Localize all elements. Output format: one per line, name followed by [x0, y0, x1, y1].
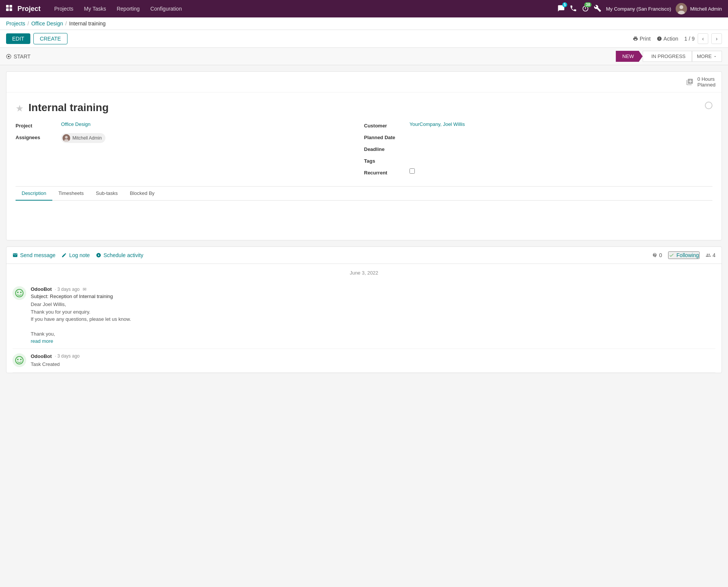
assignees-value: Mitchell Admin — [61, 133, 364, 143]
customer-value[interactable]: YourCompany, Joel Willis — [410, 121, 712, 127]
planned-date-field: Planned Date — [364, 133, 712, 140]
start-label: START — [14, 53, 31, 60]
print-action[interactable]: Print — [633, 36, 651, 42]
nav-projects[interactable]: Projects — [50, 3, 78, 14]
tab-timesheets[interactable]: Timesheets — [52, 187, 90, 201]
deadline-label: Deadline — [364, 145, 410, 152]
status-new[interactable]: NEW — [616, 51, 642, 62]
breadcrumb-projects[interactable]: Projects — [6, 20, 25, 27]
timer-badge: 38 — [584, 2, 592, 7]
task-form: ★ Internal training Project Office Desig… — [6, 93, 722, 240]
user-avatar — [676, 3, 687, 14]
svg-rect-3 — [9, 8, 12, 11]
log-note-button[interactable]: Log note — [61, 252, 90, 258]
customer-field: Customer YourCompany, Joel Willis — [364, 121, 712, 129]
following-button[interactable]: Following — [668, 251, 700, 259]
hours-text: 0 HoursPlanned — [697, 76, 715, 88]
chat-icon[interactable]: 5 — [557, 5, 565, 13]
nav-configuration[interactable]: Configuration — [146, 3, 186, 14]
recurrent-label: Recurrent — [364, 168, 410, 176]
tab-blocked-by[interactable]: Blocked By — [124, 187, 161, 201]
svg-point-10 — [65, 136, 68, 139]
message-body-2: OdooBot · 3 days ago Task Created — [31, 353, 715, 368]
date-separator: June 3, 2022 — [13, 264, 715, 282]
action-menu[interactable]: Action — [657, 36, 678, 42]
message-body-1: OdooBot · 3 days ago ✉ Subject: Receptio… — [31, 286, 715, 344]
breadcrumb: Projects / Office Design / Internal trai… — [6, 20, 106, 27]
message-subject-1: Subject: Reception of Internal training — [31, 294, 715, 299]
message-header-2: OdooBot · 3 days ago — [31, 353, 715, 359]
send-message-label: Send message — [20, 252, 55, 258]
pagination-next[interactable]: › — [711, 33, 722, 44]
odoobot-avatar-1 — [13, 286, 26, 300]
chatter-actions: Send message Log note Schedule activity — [13, 252, 143, 258]
tab-subtasks[interactable]: Sub-tasks — [90, 187, 124, 201]
hours-header: 0 HoursPlanned — [6, 72, 722, 93]
followers-count[interactable]: 4 — [706, 252, 715, 258]
secondary-nav: Projects / Office Design / Internal trai… — [0, 17, 728, 30]
pagination-prev[interactable]: ‹ — [698, 33, 708, 44]
customer-label: Customer — [364, 121, 410, 129]
chatter-toolbar: Send message Log note Schedule activity … — [6, 247, 722, 264]
odoobot-avatar-2 — [13, 353, 26, 367]
status-in-progress[interactable]: IN PROGRESS — [643, 51, 692, 62]
message-header-1: OdooBot · 3 days ago ✉ — [31, 286, 715, 292]
assignee-badge[interactable]: Mitchell Admin — [61, 133, 105, 143]
breadcrumb-office-design[interactable]: Office Design — [31, 20, 63, 27]
read-more-1[interactable]: read more — [31, 338, 53, 344]
create-button[interactable]: CREATE — [33, 33, 67, 44]
timer-icon[interactable]: 38 — [582, 5, 589, 13]
app-brand: Project — [17, 5, 41, 13]
followers-count-value: 4 — [712, 252, 715, 258]
user-menu[interactable]: Mitchell Admin — [676, 3, 722, 14]
message-time-1: · 3 days ago — [55, 287, 80, 292]
message-author-1: OdooBot — [31, 286, 52, 292]
task-title[interactable]: Internal training — [28, 102, 700, 114]
action-label: Action — [664, 36, 678, 42]
status-more[interactable]: MORE — [692, 51, 722, 62]
breadcrumb-current: Internal training — [69, 20, 106, 27]
send-message-button[interactable]: Send message — [13, 252, 55, 258]
nav-reporting[interactable]: Reporting — [112, 3, 144, 14]
task-state-circle[interactable] — [705, 102, 712, 109]
print-label: Print — [640, 36, 651, 42]
tabs: Description Timesheets Sub-tasks Blocked… — [16, 186, 712, 231]
topnav-right: 5 38 My Company (San Francisco) Mitchell… — [557, 3, 722, 14]
task-card: 0 HoursPlanned ★ Internal training Proje… — [6, 71, 722, 240]
user-name: Mitchell Admin — [690, 6, 722, 12]
message-text-2: Task Created — [31, 361, 715, 368]
start-button[interactable]: START — [6, 53, 31, 60]
log-note-label: Log note — [69, 252, 90, 258]
hours-count: 0 — [697, 76, 700, 82]
messages: June 3, 2022 OdooBot · 3 days ago ✉ Subj… — [6, 264, 722, 373]
chatter: Send message Log note Schedule activity … — [6, 246, 722, 373]
star-icon[interactable]: ★ — [16, 103, 24, 114]
chat-badge: 5 — [562, 2, 568, 7]
hours-widget: 0 HoursPlanned — [686, 76, 715, 88]
reactions-count: 0 — [652, 252, 662, 258]
settings-icon[interactable] — [594, 5, 601, 13]
nav-my-tasks[interactable]: My Tasks — [80, 3, 111, 14]
top-navigation: Project Projects My Tasks Reporting Conf… — [0, 0, 728, 17]
company-name[interactable]: My Company (San Francisco) — [606, 6, 671, 12]
schedule-activity-button[interactable]: Schedule activity — [96, 252, 143, 258]
assignees-label: Assignees — [16, 133, 61, 140]
toolbar: EDIT CREATE Print Action 1 / 9 ‹ › — [0, 30, 728, 48]
message-author-2: OdooBot — [31, 353, 52, 359]
recurrent-checkbox[interactable] — [410, 168, 415, 174]
pagination: 1 / 9 ‹ › — [684, 33, 722, 44]
email-icon-1: ✉ — [83, 287, 86, 292]
apps-menu-icon[interactable] — [6, 5, 13, 13]
edit-button[interactable]: EDIT — [6, 33, 30, 44]
svg-point-16 — [13, 353, 26, 367]
assignee-name: Mitchell Admin — [72, 135, 102, 141]
project-value[interactable]: Office Design — [61, 121, 364, 127]
task-title-row: ★ Internal training — [16, 102, 712, 114]
schedule-activity-label: Schedule activity — [104, 252, 143, 258]
tab-description[interactable]: Description — [16, 187, 52, 201]
svg-rect-1 — [9, 5, 12, 8]
phone-icon[interactable] — [570, 5, 577, 13]
svg-point-12 — [13, 286, 26, 300]
svg-rect-0 — [6, 5, 9, 8]
form-left: Project Office Design Assignees Mitchell… — [16, 121, 364, 180]
